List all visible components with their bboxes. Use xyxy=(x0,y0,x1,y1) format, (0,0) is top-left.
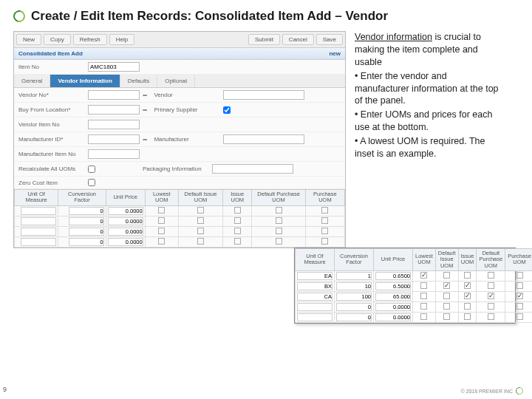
checkbox-icon[interactable] xyxy=(464,303,471,310)
tab-optional[interactable]: Optional xyxy=(157,75,195,87)
inset-grid: Unit Of MeasureConversion FactorUnit Pri… xyxy=(295,248,532,323)
tab-defaults[interactable]: Defaults xyxy=(120,75,157,87)
grid-header: Issue UOM xyxy=(458,249,477,271)
cf-input[interactable] xyxy=(336,272,372,280)
app-panel: New Copy Refresh Help Submit Cancel Save… xyxy=(13,31,346,248)
grid-header: Lowest UOM xyxy=(145,190,178,206)
checkbox-icon[interactable] xyxy=(420,272,427,279)
checkbox-icon[interactable] xyxy=(420,293,427,299)
grid-header: Conversion Factor xyxy=(335,249,374,271)
uom-input[interactable] xyxy=(21,207,56,215)
checkbox-icon[interactable] xyxy=(488,313,494,320)
new-button[interactable]: New xyxy=(16,34,41,45)
mfritem-input[interactable] xyxy=(88,149,140,159)
checkbox-icon[interactable] xyxy=(464,293,471,299)
uom-input[interactable] xyxy=(21,228,56,236)
checkbox-icon[interactable] xyxy=(420,282,427,289)
cf-input[interactable] xyxy=(336,313,372,321)
copy-button[interactable]: Copy xyxy=(44,34,71,45)
primary-supplier-check[interactable] xyxy=(223,106,231,114)
mfrid-label: Manufacturer ID* xyxy=(18,136,85,143)
checkbox-icon[interactable] xyxy=(443,313,450,320)
mfrid-input[interactable] xyxy=(88,134,140,144)
checkbox-icon[interactable] xyxy=(420,303,427,310)
price-input[interactable] xyxy=(108,217,143,225)
grid-header: Unit Of Measure xyxy=(15,190,58,206)
checkbox-icon[interactable] xyxy=(488,282,494,289)
checkbox-icon[interactable] xyxy=(516,293,523,299)
vendor-name-input[interactable] xyxy=(223,90,304,100)
tab-vendor[interactable]: Vendor Information xyxy=(50,75,120,87)
uom-input[interactable] xyxy=(297,303,332,311)
zero-check[interactable] xyxy=(88,179,95,186)
toolbar: New Copy Refresh Help Submit Cancel Save xyxy=(14,32,345,48)
packaging-input[interactable] xyxy=(212,164,293,174)
uom-grid: Unit Of MeasureConversion FactorUnit Pri… xyxy=(14,189,345,248)
checkbox-icon[interactable] xyxy=(516,272,523,279)
uom-input[interactable] xyxy=(21,238,56,246)
vendor-no-input[interactable] xyxy=(88,90,140,100)
tab-general[interactable]: General xyxy=(14,75,50,87)
vendoritem-label: Vendor Item No xyxy=(18,121,85,128)
buyfrom-input[interactable] xyxy=(88,105,140,115)
mfr-name-input[interactable] xyxy=(223,134,304,144)
grid-header: Default Purchase UOM xyxy=(252,190,305,206)
lookup-icon[interactable]: ••• xyxy=(143,106,146,113)
uom-input[interactable] xyxy=(297,282,332,290)
cf-input[interactable] xyxy=(69,207,104,215)
checkbox-icon[interactable] xyxy=(443,282,450,289)
refresh-button[interactable]: Refresh xyxy=(73,34,107,45)
explain-header: Vendor information xyxy=(355,32,432,42)
submit-button[interactable]: Submit xyxy=(248,34,280,45)
help-button[interactable]: Help xyxy=(109,34,134,45)
vendoritem-input[interactable] xyxy=(88,120,140,129)
price-input[interactable] xyxy=(108,238,143,246)
price-input[interactable] xyxy=(108,207,143,215)
lookup-icon[interactable]: ••• xyxy=(143,136,146,143)
price-input[interactable] xyxy=(375,303,411,311)
checkbox-icon[interactable] xyxy=(420,313,427,320)
checkbox-icon[interactable] xyxy=(464,282,471,289)
price-input[interactable] xyxy=(375,313,411,321)
checkbox-icon[interactable] xyxy=(516,313,523,320)
vendor-label: Vendor xyxy=(154,92,220,98)
table-row xyxy=(15,205,345,216)
recalc-check[interactable] xyxy=(88,166,95,173)
recalc-label: Recalculate All UOMs xyxy=(18,166,85,172)
price-input[interactable] xyxy=(375,293,411,301)
cf-input[interactable] xyxy=(69,238,104,246)
cf-input[interactable] xyxy=(336,282,372,290)
save-button[interactable]: Save xyxy=(316,34,343,45)
cf-input[interactable] xyxy=(69,217,104,225)
cf-input[interactable] xyxy=(336,303,372,311)
page-number: 9 xyxy=(3,386,7,393)
cancel-button[interactable]: Cancel xyxy=(282,34,314,45)
bullet-1: Enter the vendor and manufacturer inform… xyxy=(355,71,499,106)
cf-input[interactable] xyxy=(69,228,104,236)
table-row xyxy=(15,216,345,226)
checkbox-icon[interactable] xyxy=(488,293,494,299)
price-input[interactable] xyxy=(375,282,411,290)
checkbox-icon[interactable] xyxy=(516,282,523,289)
checkbox-icon[interactable] xyxy=(488,272,494,279)
uom-input[interactable] xyxy=(297,293,332,301)
checkbox-icon[interactable] xyxy=(464,313,471,320)
checkbox-icon[interactable] xyxy=(443,293,450,299)
grid-header: Unit Price xyxy=(106,190,145,206)
grid-header: Conversion Factor xyxy=(58,190,106,206)
itemno-input[interactable] xyxy=(88,62,140,72)
uom-input[interactable] xyxy=(297,313,332,321)
price-input[interactable] xyxy=(108,228,143,236)
checkbox-icon[interactable] xyxy=(443,303,450,310)
checkbox-icon[interactable] xyxy=(488,303,494,310)
checkbox-icon[interactable] xyxy=(516,303,523,310)
uom-input[interactable] xyxy=(297,272,332,280)
table-row xyxy=(296,301,533,312)
checkbox-icon[interactable] xyxy=(464,272,471,279)
inset-panel: Unit Of MeasureConversion FactorUnit Pri… xyxy=(294,248,516,324)
lookup-icon[interactable]: ••• xyxy=(143,92,146,98)
checkbox-icon[interactable] xyxy=(443,272,450,279)
cf-input[interactable] xyxy=(336,293,372,301)
price-input[interactable] xyxy=(375,272,411,280)
uom-input[interactable] xyxy=(21,217,56,225)
